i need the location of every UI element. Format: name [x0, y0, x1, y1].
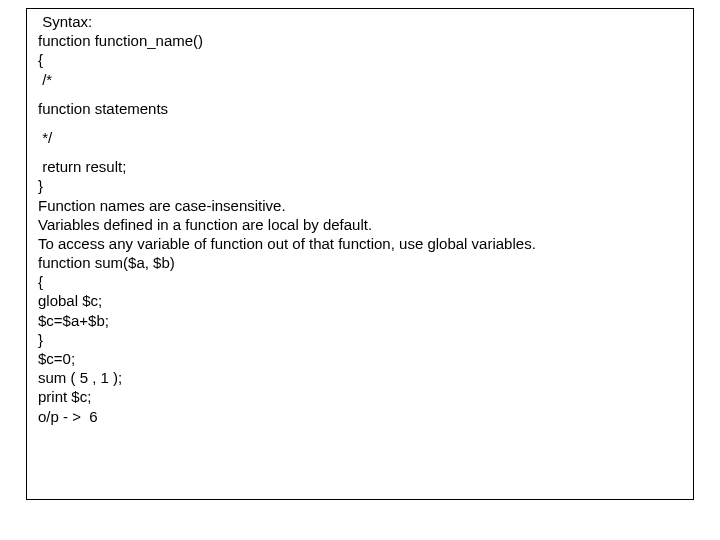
- text-line: function sum($a, $b): [38, 253, 694, 272]
- text-line: {: [38, 50, 694, 69]
- slide-content: Syntax: function function_name() { /* fu…: [38, 12, 694, 426]
- text-line: function function_name(): [38, 31, 694, 50]
- text-line: To access any variable of function out o…: [38, 234, 694, 253]
- text-line: $c=0;: [38, 349, 694, 368]
- text-line: }: [38, 330, 694, 349]
- text-line: }: [38, 176, 694, 195]
- text-line: $c=$a+$b;: [38, 311, 694, 330]
- text-line: {: [38, 272, 694, 291]
- text-line: sum ( 5 , 1 );: [38, 368, 694, 387]
- text-line: Function names are case-insensitive.: [38, 196, 694, 215]
- text-line: */: [38, 128, 694, 147]
- text-line: global $c;: [38, 291, 694, 310]
- text-line: function statements: [38, 99, 694, 118]
- text-line: Syntax:: [38, 12, 694, 31]
- text-line: return result;: [38, 157, 694, 176]
- text-line: /*: [38, 70, 694, 89]
- text-line: o/p - > 6: [38, 407, 694, 426]
- text-line: print $c;: [38, 387, 694, 406]
- text-line: Variables defined in a function are loca…: [38, 215, 694, 234]
